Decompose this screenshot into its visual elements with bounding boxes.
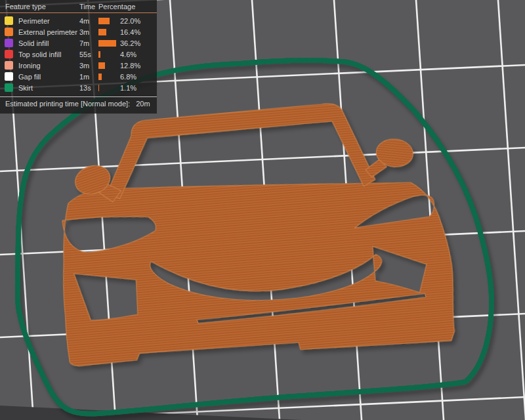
header-percentage: Percentage: [98, 3, 135, 10]
legend-divider-bottom: [0, 96, 157, 97]
feature-type-label: Solid infill: [18, 40, 49, 47]
legend-row: Solid infill 7m 36.2%: [0, 37, 157, 49]
header-time: Time: [79, 3, 95, 10]
feature-percentage-bar: [98, 29, 106, 35]
feature-percentage: 1.1%: [120, 85, 136, 92]
feature-percentage: 12.8%: [120, 62, 140, 70]
feature-color-swatch: [5, 61, 13, 70]
feature-percentage-bar: [98, 85, 99, 91]
feature-percentage-bar: [98, 40, 116, 47]
feature-color-swatch: [5, 39, 13, 47]
header-feature-type: Feature type: [5, 3, 46, 10]
feature-percentage-bar: [98, 18, 110, 24]
estimated-time-label: Estimated printing time [Normal mode]:: [5, 100, 130, 108]
feature-percentage-bar: [98, 62, 105, 69]
feature-percentage: 36.2%: [120, 40, 140, 47]
legend-row: Ironing 3m 12.8%: [0, 60, 157, 71]
feature-time: 3m: [79, 29, 89, 36]
feature-percentage: 22.0%: [120, 18, 140, 25]
feature-color-swatch: [5, 28, 13, 36]
legend-row: Skirt 13s 1.1%: [0, 82, 157, 93]
feature-type-label: Gap fill: [18, 74, 41, 81]
legend-rows: Perimeter 4m 22.0% External perimeter 3m…: [0, 15, 157, 93]
legend-row: Perimeter 4m 22.0%: [0, 15, 157, 26]
feature-percentage: 4.6%: [120, 51, 136, 58]
legend-row: Top solid infill 55s 4.6%: [0, 49, 157, 60]
feature-color-swatch: [5, 83, 13, 92]
feature-time: 7m: [79, 40, 89, 47]
feature-type-label: Skirt: [18, 85, 33, 92]
feature-time: 4m: [79, 18, 89, 25]
legend-panel: Feature type Time Percentage Perimeter 4…: [0, 0, 157, 114]
legend-row: External perimeter 3m 16.4%: [0, 26, 157, 37]
slicer-preview-window: Feature type Time Percentage Perimeter 4…: [0, 0, 525, 420]
feature-percentage: 16.4%: [120, 29, 140, 36]
feature-color-swatch: [5, 16, 13, 25]
feature-type-label: Ironing: [18, 62, 41, 70]
feature-time: 3m: [79, 62, 89, 70]
legend-header: Feature type Time Percentage: [0, 0, 157, 12]
feature-percentage: 6.8%: [120, 74, 136, 81]
legend-divider-top: [0, 12, 157, 13]
feature-color-swatch: [5, 50, 13, 58]
estimated-time-value: 20m: [136, 100, 150, 108]
feature-type-label: External perimeter: [18, 29, 77, 36]
legend-row: Gap fill 1m 6.8%: [0, 71, 157, 82]
feature-time: 1m: [79, 74, 89, 81]
feature-time: 55s: [79, 51, 91, 58]
feature-percentage-bar: [98, 74, 102, 80]
feature-type-label: Perimeter: [18, 18, 50, 25]
feature-type-label: Top solid infill: [18, 51, 61, 58]
feature-color-swatch: [5, 72, 13, 81]
feature-percentage-bar: [98, 51, 100, 58]
estimated-time: Estimated printing time [Normal mode]:20…: [5, 100, 150, 108]
feature-time: 13s: [79, 85, 91, 92]
